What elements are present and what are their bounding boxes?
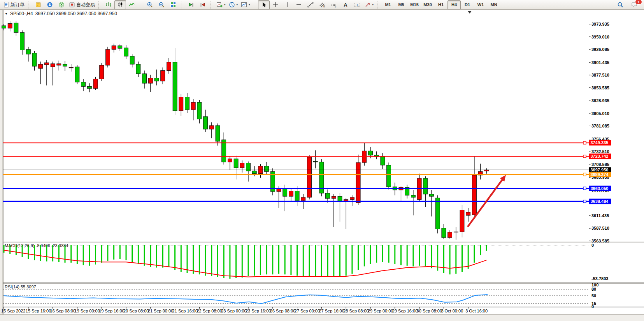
candlesticks bbox=[2, 21, 489, 240]
price-badge: 3749.335 bbox=[589, 140, 611, 145]
symbol-collapse-marker[interactable]: ▼ bbox=[5, 12, 8, 16]
timeframe-h1-button[interactable]: H1 bbox=[434, 0, 447, 9]
macd-axis-label: 0 bbox=[591, 243, 594, 248]
chevron-down-icon[interactable]: ▾ bbox=[249, 3, 250, 6]
price-tick-label: 3950.010 bbox=[591, 35, 609, 39]
chevron-down-icon[interactable]: ▾ bbox=[237, 3, 238, 6]
text-button[interactable]: A bbox=[340, 0, 351, 9]
periods-button[interactable]: ▾ bbox=[227, 0, 240, 9]
time-tick-label: 27 Sep 00:00 bbox=[295, 309, 320, 313]
trendline-icon bbox=[307, 2, 314, 8]
svg-text:3663.050: 3663.050 bbox=[591, 186, 609, 191]
price-tick-label: 3828.935 bbox=[591, 98, 609, 103]
label-button[interactable]: T bbox=[351, 0, 363, 9]
chart-shift-icon bbox=[200, 2, 206, 8]
time-tick-label: 16 Sep 08:00 bbox=[50, 309, 75, 313]
timeframe-h4-button[interactable]: H4 bbox=[447, 0, 461, 9]
price-badge: 3638.484 bbox=[589, 199, 611, 204]
rsi-line bbox=[4, 295, 488, 304]
shapes-button[interactable]: ▾ bbox=[363, 0, 376, 9]
toolbar-separator bbox=[377, 1, 380, 9]
timeframe-m5-button[interactable]: M5 bbox=[395, 0, 408, 9]
time-tick-label: 19 Sep 16:00 bbox=[99, 309, 124, 313]
community-button[interactable] bbox=[44, 0, 56, 9]
timeframe-m30-button[interactable]: M30 bbox=[421, 0, 434, 9]
resistance-line-2-handle[interactable] bbox=[583, 155, 586, 158]
timeframe-m15-button[interactable]: M15 bbox=[408, 0, 421, 9]
chart-shift-marker[interactable] bbox=[468, 11, 472, 14]
crosshair-button[interactable] bbox=[270, 0, 281, 9]
chart-title-row: ▼ SP500-,H4 3697.050 3699.050 3697.050 3… bbox=[5, 10, 117, 17]
zoom-in-icon bbox=[147, 2, 153, 8]
label-icon: T bbox=[354, 2, 360, 8]
tile-windows-button[interactable] bbox=[167, 0, 179, 9]
price-tick-label: 3732.510 bbox=[591, 149, 609, 154]
horizontal-line-button[interactable] bbox=[293, 0, 305, 9]
time-tick-label: 21 Sep 00:00 bbox=[148, 309, 173, 313]
toolbar-right-group: 1 bbox=[614, 0, 642, 9]
channel-button[interactable]: E bbox=[316, 0, 328, 9]
svg-text:F: F bbox=[335, 5, 336, 8]
svg-text:T: T bbox=[356, 3, 358, 7]
new-order-button[interactable]: 新订单 bbox=[2, 0, 26, 9]
time-tick-label: 28 Sep 08:00 bbox=[343, 309, 369, 313]
line-chart-button[interactable] bbox=[126, 0, 138, 9]
chevron-down-icon[interactable]: ▾ bbox=[224, 3, 226, 6]
svg-text:3749.335: 3749.335 bbox=[591, 140, 609, 145]
bar-chart-icon bbox=[105, 2, 112, 8]
rsi-label: RSI(14) 55.3097 bbox=[5, 284, 36, 289]
time-tick-label: 3 Oct 16:00 bbox=[465, 309, 488, 313]
note-button[interactable] bbox=[32, 0, 44, 9]
new-chart-icon bbox=[216, 2, 223, 8]
timeframe-m1-button[interactable]: M1 bbox=[381, 0, 395, 9]
search-button[interactable] bbox=[614, 0, 626, 9]
periods-icon bbox=[229, 2, 235, 8]
chart-shift-button[interactable] bbox=[197, 0, 209, 9]
toolbar-separator bbox=[254, 1, 256, 9]
bar-chart-button[interactable] bbox=[103, 0, 114, 9]
resistance-line-1-handle[interactable] bbox=[583, 141, 586, 144]
broadcast-button[interactable] bbox=[56, 0, 67, 9]
fibonacci-button[interactable]: F bbox=[328, 0, 340, 9]
trendline-button[interactable] bbox=[305, 0, 316, 9]
status-bar bbox=[0, 314, 644, 321]
new-chart-button[interactable]: ▾ bbox=[215, 0, 227, 9]
auto-scroll-button[interactable] bbox=[185, 0, 197, 9]
time-axis[interactable]: 15 Sep 202215 Sep 16:0016 Sep 08:0019 Se… bbox=[1, 307, 488, 313]
notifications-button[interactable]: 1 bbox=[628, 0, 640, 9]
vertical-line-button[interactable] bbox=[281, 0, 293, 9]
auto-trading-icon bbox=[69, 2, 75, 8]
timeframe-w1-button[interactable]: W1 bbox=[474, 0, 487, 9]
timeframe-d1-button[interactable]: D1 bbox=[461, 0, 474, 9]
auto-trading-button[interactable]: 自动交易 bbox=[67, 0, 97, 9]
auto-scroll-icon bbox=[188, 2, 194, 8]
price-axis[interactable]: 3973.9353950.0103926.0853901.4353877.510… bbox=[589, 22, 611, 243]
svg-text:3689.374: 3689.374 bbox=[591, 172, 609, 177]
templates-button[interactable]: ▾ bbox=[239, 0, 252, 9]
time-tick-label: 22 Sep 08:00 bbox=[197, 309, 222, 313]
time-tick-label: 26 Sep 08:00 bbox=[270, 309, 295, 313]
rsi-axis-label: 100 bbox=[591, 283, 598, 287]
timeframe-mn-button[interactable]: MN bbox=[487, 0, 500, 9]
rsi-axis-label: 80 bbox=[591, 287, 596, 291]
time-tick-label: 15 Sep 16:00 bbox=[26, 309, 51, 313]
price-tick-label: 3781.085 bbox=[591, 124, 609, 128]
new-order-icon bbox=[3, 2, 9, 8]
macd-histogram bbox=[4, 245, 486, 279]
time-tick-label: 20 Sep 08:00 bbox=[123, 309, 149, 313]
macd-label: MACD(12,26,9) -8.9406 -23.0384 bbox=[5, 243, 68, 248]
chevron-down-icon[interactable]: ▾ bbox=[372, 3, 374, 6]
pivot-line-handle[interactable] bbox=[583, 173, 586, 176]
zoom-out-button[interactable] bbox=[156, 0, 167, 9]
toolbar-separator bbox=[211, 1, 213, 9]
chart-canvas[interactable]: MACD(12,26,9) -8.9406 -23.03840-53.7803R… bbox=[0, 0, 644, 321]
support-line-1-handle[interactable] bbox=[583, 187, 586, 190]
time-tick-label: 15 Sep 2022 bbox=[1, 309, 25, 313]
candlestick-chart-icon bbox=[117, 2, 123, 8]
cursor-button[interactable] bbox=[258, 0, 270, 9]
support-line-2-handle[interactable] bbox=[583, 200, 586, 203]
svg-text:E: E bbox=[323, 5, 325, 8]
zoom-in-button[interactable] bbox=[144, 0, 156, 9]
rsi-axis-label: 50 bbox=[591, 293, 596, 298]
candlestick-chart-button[interactable] bbox=[114, 0, 126, 9]
